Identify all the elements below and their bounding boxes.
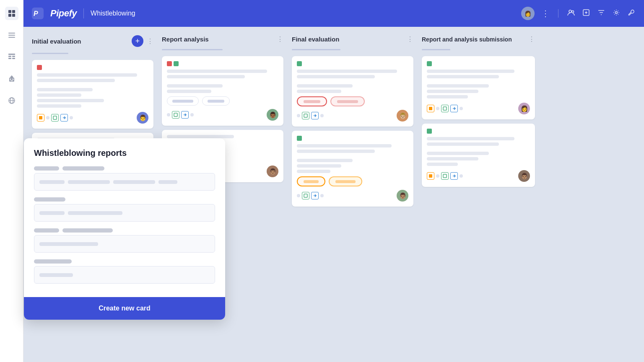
card-line	[427, 90, 478, 93]
column-menu-button[interactable]: ⋮	[277, 35, 283, 43]
form-label-block	[34, 166, 59, 171]
card-dot	[167, 113, 170, 116]
svg-rect-37	[429, 174, 432, 178]
card-footer: 👨🏾	[167, 109, 278, 121]
form-label-block	[34, 197, 65, 202]
card[interactable]: 👨🏽	[292, 131, 413, 207]
card-line	[297, 170, 330, 173]
add-card-button[interactable]: +	[132, 35, 143, 47]
card-line	[427, 95, 468, 98]
header-divider	[83, 8, 84, 18]
input-placeholder	[39, 273, 73, 277]
card-tags	[37, 65, 148, 70]
import-icon[interactable]	[582, 8, 590, 19]
card[interactable]: 👩	[422, 56, 535, 119]
card-line	[167, 70, 267, 73]
form-field-3	[34, 228, 215, 253]
form-input-2[interactable]	[34, 204, 215, 222]
card-footer: 👨	[37, 112, 148, 124]
column-progress	[292, 49, 413, 50]
filter-icon[interactable]	[597, 8, 605, 19]
card-badges	[297, 96, 408, 106]
form-label	[34, 166, 215, 171]
badge-outline-yellow	[329, 176, 362, 186]
card[interactable]: 👨🏼	[292, 56, 413, 127]
card-icon-orange	[37, 114, 44, 122]
sidebar-item-robot[interactable]	[5, 72, 18, 85]
form-label-block	[62, 166, 104, 171]
svg-point-23	[569, 10, 571, 13]
avatar: 👨🏽	[267, 165, 278, 177]
card-line	[427, 137, 514, 140]
avatar: 👨🏽	[397, 190, 408, 202]
column-progress-bar	[162, 49, 223, 50]
card[interactable]: 👨🏾	[162, 56, 283, 126]
card-line	[297, 70, 397, 73]
card[interactable]: 👨	[32, 60, 153, 129]
create-new-card-button[interactable]: Create new card	[99, 305, 151, 312]
card-icon-blue	[181, 111, 189, 119]
card-tags	[427, 61, 530, 66]
avatar[interactable]: 👩	[521, 7, 535, 20]
card-dot	[436, 107, 439, 110]
card-icon-blue	[60, 114, 68, 122]
sidebar-item-globe[interactable]	[5, 94, 18, 107]
wrench-icon[interactable]	[627, 8, 636, 19]
card-icon-blue	[311, 192, 319, 199]
form-input-4[interactable]	[34, 266, 215, 284]
card-dot	[320, 194, 324, 197]
card-icon-blue	[450, 172, 458, 180]
more-options-icon[interactable]: ⋮	[541, 8, 550, 18]
tag-green	[427, 61, 432, 66]
card[interactable]: 👨🏽	[422, 124, 535, 187]
svg-rect-3	[12, 14, 15, 17]
column-progress	[422, 49, 535, 50]
column-menu-button[interactable]: ⋮	[528, 35, 535, 43]
settings-icon[interactable]	[612, 8, 621, 19]
svg-rect-10	[8, 58, 11, 59]
card-footer-icons	[297, 192, 324, 199]
badge	[202, 96, 230, 106]
column-header: Report analysis ⋮	[162, 34, 283, 45]
tag-green	[297, 136, 302, 141]
sidebar-item-grid[interactable]	[5, 7, 18, 20]
form-input-1[interactable]	[34, 173, 215, 191]
svg-rect-5	[8, 35, 15, 36]
card-footer-icons	[427, 172, 463, 180]
badge-outline-pink	[330, 96, 365, 106]
card-dot	[297, 114, 300, 117]
svg-point-14	[10, 79, 11, 80]
card-icon-blue	[311, 112, 319, 119]
card-footer-icons	[427, 105, 463, 112]
card-line	[427, 163, 458, 166]
card-icon-orange	[427, 105, 434, 112]
column-progress	[162, 49, 283, 50]
svg-rect-2	[8, 14, 11, 17]
users-icon[interactable]	[567, 8, 575, 19]
column-title: Report and analysis submission	[422, 36, 525, 43]
svg-rect-9	[12, 56, 15, 57]
input-placeholder	[68, 180, 110, 184]
tag-green	[427, 129, 432, 134]
svg-rect-0	[8, 10, 11, 13]
card-line	[427, 142, 499, 146]
card-icon-green	[302, 112, 309, 119]
column-menu-button[interactable]: ⋮	[407, 35, 413, 43]
card-line	[427, 84, 489, 88]
form-label	[34, 197, 215, 202]
svg-rect-38	[443, 174, 447, 178]
tag-green	[174, 61, 179, 66]
column-header: Report and analysis submission ⋮	[422, 34, 535, 45]
card-line	[297, 90, 341, 93]
card-lines	[297, 144, 408, 173]
column-menu-button[interactable]: ⋮	[147, 37, 153, 45]
column-final-evaluation: Final evaluation ⋮	[292, 34, 413, 355]
card-footer-icons	[37, 114, 73, 122]
sidebar-item-list[interactable]	[5, 28, 18, 42]
svg-point-28	[615, 11, 618, 13]
card-line	[427, 70, 514, 73]
badge-text	[172, 100, 193, 103]
sidebar-item-table[interactable]	[5, 50, 18, 64]
card-line	[37, 104, 81, 108]
form-input-3[interactable]	[34, 235, 215, 253]
